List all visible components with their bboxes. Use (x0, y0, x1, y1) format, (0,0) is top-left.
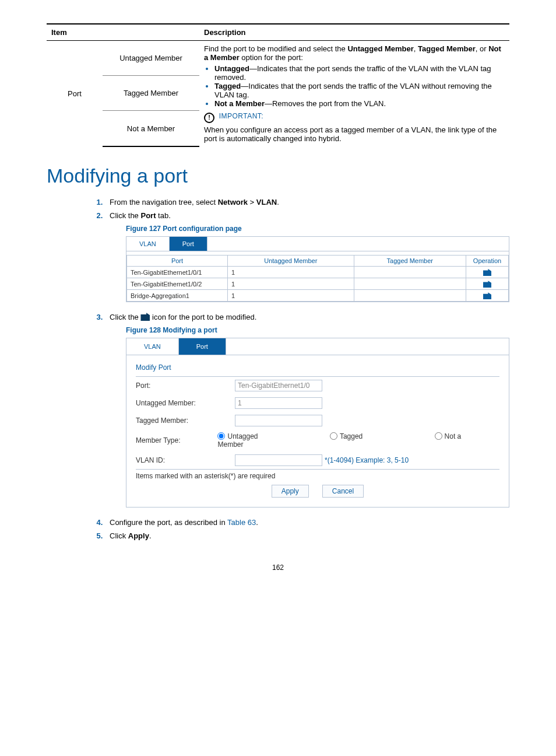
port-field[interactable] (235, 380, 322, 391)
cell-untagged-member: Untagged Member (103, 41, 199, 76)
tab-port[interactable]: Port (179, 338, 226, 355)
apply-button[interactable]: Apply (272, 485, 309, 498)
label-untagged: Untagged Member: (136, 399, 235, 407)
label-member-type: Member Type: (136, 436, 217, 444)
label-port: Port: (136, 382, 235, 390)
untagged-field[interactable] (235, 397, 322, 409)
table-63-link[interactable]: Table 63 (227, 518, 256, 527)
figure-128-caption: Figure 128 Modifying a port (126, 326, 509, 334)
tab-vlan[interactable]: VLAN (126, 237, 170, 251)
step-1: From the navigation tree, select Network… (105, 198, 509, 206)
tab-port[interactable]: Port (170, 237, 207, 251)
th-tagged: Tagged Member (354, 256, 466, 267)
cell-tm (354, 278, 466, 290)
important-icon: ! (204, 113, 214, 123)
vlan-id-field[interactable] (235, 454, 322, 466)
figure-127-caption: Figure 127 Port configuration page (126, 225, 509, 233)
radio-untagged[interactable] (217, 432, 225, 440)
step-2: Click the Port tab. Figure 127 Port conf… (105, 211, 509, 302)
cell-um: 1 (228, 290, 354, 302)
cell-port-name: Bridge-Aggregation1 (127, 290, 228, 302)
member-description-table: Item Description Port Untagged Member Fi… (47, 23, 509, 147)
screenshot-port-config: VLAN Port Port Untagged Member Tagged Me… (126, 236, 509, 302)
th-item: Item (47, 24, 103, 41)
step-4: Configure the port, as described in Tabl… (105, 518, 509, 527)
tabbar: VLAN Port (126, 338, 509, 355)
member-type-radios: Untagged Tagged Not a Member (217, 432, 499, 449)
important-label: ! IMPORTANT: (204, 111, 505, 123)
radio-tagged[interactable] (330, 432, 337, 440)
port-grid: Port Untagged Member Tagged Member Opera… (126, 255, 509, 302)
tabbar: VLAN Port (126, 237, 509, 251)
cell-port-name: Ten-GigabitEthernet1/0/2 (127, 278, 228, 290)
th-operation: Operation (466, 256, 509, 267)
cell-tm (354, 290, 466, 302)
bullet-not-member: Not a Member—Removes the port from the V… (214, 99, 505, 108)
desc-intro: Find the port to be modified and select … (204, 44, 505, 62)
cell-port-name: Ten-GigabitEthernet1/0/1 (127, 267, 228, 278)
modify-port-form: Modify Port Port: Untagged Member: Tagge… (126, 355, 509, 507)
tagged-field[interactable] (235, 415, 322, 426)
vlan-id-hint: *(1-4094) Example: 3, 5-10 (325, 456, 409, 464)
cell-port: Port (47, 41, 103, 147)
th-port: Port (127, 256, 228, 267)
bullet-untagged: Untagged—Indicates that the port sends t… (214, 64, 505, 82)
label-vlan-id: VLAN ID: (136, 456, 235, 464)
step-3: Click the icon for the port to be modifi… (105, 313, 509, 508)
label-tagged: Tagged Member: (136, 416, 235, 425)
step-list: From the navigation tree, select Network… (47, 198, 509, 540)
edit-icon[interactable] (483, 292, 491, 299)
cell-description: Find the port to be modified and select … (199, 41, 509, 147)
table-row: Ten-GigabitEthernet1/0/1 1 (127, 267, 509, 278)
table-row: Ten-GigabitEthernet1/0/2 1 (127, 278, 509, 290)
cell-tm (354, 267, 466, 278)
form-title: Modify Port (136, 363, 499, 372)
required-note: Items marked with an asterisk(*) are req… (136, 472, 499, 480)
page-number: 162 (47, 564, 509, 572)
th-description: Description (199, 24, 509, 41)
cell-um: 1 (228, 278, 354, 290)
desc-bullet-list: Untagged—Indicates that the port sends t… (204, 64, 505, 108)
cancel-button[interactable]: Cancel (322, 485, 364, 498)
bullet-tagged: Tagged—Indicates that the port sends the… (214, 82, 505, 99)
edit-icon (140, 313, 150, 321)
step-5: Click Apply. (105, 531, 509, 540)
cell-not-a-member: Not a Member (103, 111, 199, 146)
tab-vlan[interactable]: VLAN (126, 338, 179, 355)
cell-tagged-member: Tagged Member (103, 76, 199, 111)
screenshot-modify-port: VLAN Port Modify Port Port: Untagged Mem… (126, 338, 509, 508)
cell-um: 1 (228, 267, 354, 278)
important-note: When you configure an access port as a t… (204, 125, 505, 143)
radio-not-member[interactable] (435, 432, 442, 440)
edit-icon[interactable] (483, 281, 491, 288)
page-title: Modifying a port (47, 164, 509, 187)
th-untagged: Untagged Member (228, 256, 354, 267)
table-row: Bridge-Aggregation1 1 (127, 290, 509, 302)
edit-icon[interactable] (483, 269, 491, 276)
